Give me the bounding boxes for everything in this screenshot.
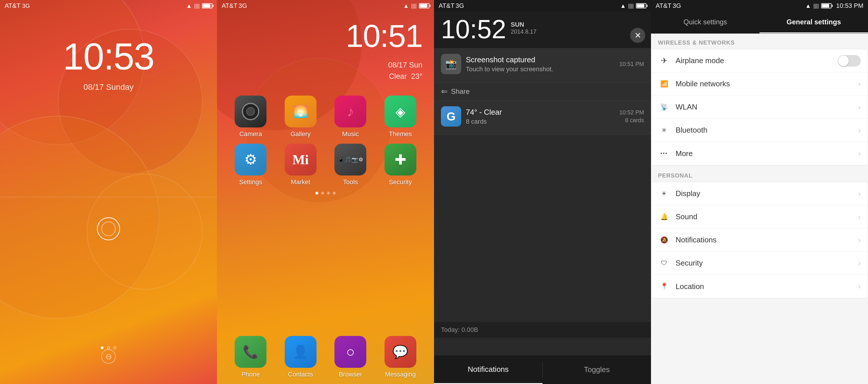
settings-bluetooth[interactable]: ✳ Bluetooth › [651, 119, 868, 142]
security-icon-bg: ✚ [384, 144, 416, 176]
settings-security[interactable]: 🛡 Security › [651, 252, 868, 275]
settings-tabs: Quick settings General settings [651, 11, 868, 34]
home-page-dots [226, 192, 425, 195]
home-status-bar: AT&T 3G ▲ |||| [217, 0, 434, 11]
quick-settings-label: Quick settings [683, 18, 727, 26]
settings-display[interactable]: ☀ Display › [651, 182, 868, 205]
section-wireless-networks: WIRELESS & NETWORKS [651, 34, 868, 49]
notifications-label: Notifications [676, 235, 852, 244]
notif-close-button[interactable]: ✕ [630, 28, 645, 43]
settings-more[interactable]: ••• More › [651, 142, 868, 165]
notif-signal-icon: |||| [628, 3, 633, 9]
app-market[interactable]: Mi Market [279, 144, 322, 186]
gallery-icon-bg: 🌅 [285, 95, 316, 127]
app-camera[interactable]: ● Camera [229, 95, 272, 138]
lockscreen-menu-icon: ⊖ [105, 352, 112, 361]
notif-tab-toggles[interactable]: Toggles [543, 355, 651, 384]
themes-icon-bg: ◈ [384, 95, 416, 127]
tools-icon-bg: 📱🎵📷⚙ [335, 144, 366, 176]
notif-time: 10:52 [441, 16, 506, 42]
notif-traffic: Today: 0.00B [434, 322, 651, 338]
lockscreen-page-dots [0, 346, 217, 349]
notif-title-2: 74° - Clear [466, 108, 615, 117]
lockscreen-network: 3G [22, 3, 30, 9]
settings-icon-bg: ⚙ [235, 144, 267, 176]
home-signal-icon: |||| [411, 3, 416, 9]
tab-quick-settings[interactable]: Quick settings [651, 11, 760, 33]
location-label: Location [676, 282, 852, 291]
settings-location[interactable]: 📍 Location › [651, 275, 868, 298]
location-chevron: › [858, 282, 861, 291]
settings-airplane-mode[interactable]: ✈ Airplane mode [651, 49, 868, 72]
notif-google-icon: G [441, 106, 461, 126]
home-page-dot-3 [327, 192, 330, 195]
app-music[interactable]: ♪ Music [329, 95, 372, 138]
airplane-mode-toggle[interactable] [838, 55, 861, 67]
signal-icon: |||| [194, 3, 199, 9]
wifi-icon: ▲ [186, 3, 192, 9]
gallery-label: Gallery [290, 130, 311, 138]
settings-carrier: AT&T [656, 2, 672, 9]
contacts-icon-bg: 👤 [285, 336, 316, 368]
dock-contacts[interactable]: 👤 Contacts [279, 336, 322, 378]
app-tools[interactable]: 📱🎵📷⚙ Tools [329, 144, 372, 186]
dock-phone[interactable]: 📞 Phone [229, 336, 272, 378]
app-settings[interactable]: ⚙ Settings [229, 144, 272, 186]
sound-icon: 🔔 [658, 211, 670, 223]
home-dock: 📞 Phone 👤 Contacts ○ Browser 💬 Messaging [217, 336, 434, 378]
settings-sound[interactable]: 🔔 Sound › [651, 205, 868, 229]
lockscreen-unlock-inner [101, 221, 116, 236]
settings-notifications[interactable]: 🔕 Notifications › [651, 229, 868, 252]
notif-screenshot-icon: 📸 [441, 54, 461, 74]
section-personal: PERSONAL [651, 167, 868, 182]
home-app-row-2: ⚙ Settings Mi Market 📱🎵📷⚙ Tools ✚ Securi… [226, 144, 425, 186]
notif-tab-notifications[interactable]: Notifications [434, 355, 542, 384]
notif-title-1: Screenshot captured [466, 55, 615, 64]
notif-header: 10:52 SUN 2014.8.17 ✕ [434, 11, 651, 48]
homescreen: AT&T 3G ▲ |||| 10:51 08/17 Sun Clear 23°… [217, 0, 434, 384]
settings-mobile-networks[interactable]: 📶 Mobile networks › [651, 72, 868, 95]
lockscreen-screen: AT&T 3G ▲ |||| 10:53 08/17 Sunday ⊖ [0, 0, 217, 384]
notif-bottom-tabs: Notifications Toggles [434, 355, 651, 384]
notif-card-content-1: Screenshot captured Touch to view your s… [466, 55, 615, 73]
notif-weekday: SUN [511, 21, 536, 28]
settings-time: 10:53 PM [836, 2, 863, 9]
security-chevron: › [858, 259, 861, 268]
airplane-mode-label: Airplane mode [676, 56, 832, 65]
lockscreen-bottom-icon[interactable]: ⊖ [101, 349, 116, 364]
app-gallery[interactable]: 🌅 Gallery [279, 95, 322, 138]
notification-item-2[interactable]: G 74° - Clear 8 cards 10:52 PM 8 cards [434, 100, 651, 135]
share-icon: ⇐ [441, 87, 447, 96]
app-themes[interactable]: ◈ Themes [379, 95, 422, 138]
messaging-label: Messaging [385, 371, 416, 378]
notif-card-content-2: 74° - Clear 8 cards [466, 108, 615, 125]
section-wireless-label: WIRELESS & NETWORKS [658, 39, 735, 46]
home-battery-icon [419, 3, 429, 8]
tools-label: Tools [343, 178, 358, 186]
wlan-icon: 📡 [658, 101, 670, 113]
notif-card-header-2: G 74° - Clear 8 cards 10:52 PM 8 cards [441, 106, 644, 126]
notif-share-row[interactable]: ⇐ Share [434, 83, 651, 100]
messaging-icon-bg: 💬 [384, 336, 416, 368]
tab-general-settings[interactable]: General settings [760, 11, 868, 33]
home-app-row-1: ● Camera 🌅 Gallery ♪ Music ◈ Themes [226, 95, 425, 138]
wireless-settings-group: ✈ Airplane mode 📶 Mobile networks › 📡 WL… [651, 49, 868, 165]
lockscreen-unlock-ring[interactable] [97, 217, 120, 240]
settings-wlan[interactable]: 📡 WLAN › [651, 95, 868, 119]
security-settings-icon: 🛡 [658, 258, 670, 269]
app-security[interactable]: ✚ Security [379, 144, 422, 186]
camera-label: Camera [239, 130, 262, 138]
notif-tab-1-label: Notifications [468, 365, 509, 374]
browser-label: Browser [339, 371, 362, 378]
notification-item-1[interactable]: 📸 Screenshot captured Touch to view your… [434, 48, 651, 83]
lockscreen-time: 10:53 [0, 35, 217, 78]
page-dot-3 [114, 346, 116, 349]
home-page-dot-2 [321, 192, 324, 195]
notification-panel: AT&T 3G ▲ |||| 10:52 SUN 2014.8.17 ✕ 📸 S… [434, 0, 651, 384]
airplane-mode-icon: ✈ [658, 55, 670, 67]
bluetooth-label: Bluetooth [676, 126, 852, 135]
mobile-networks-chevron: › [858, 79, 861, 89]
home-page-dot-1 [315, 192, 318, 195]
dock-browser[interactable]: ○ Browser [329, 336, 372, 378]
dock-messaging[interactable]: 💬 Messaging [379, 336, 422, 378]
